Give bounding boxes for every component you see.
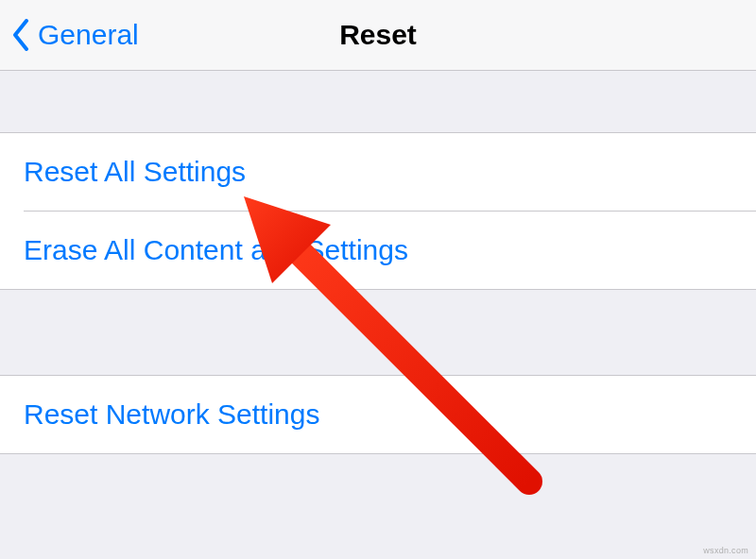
erase-all-content-row[interactable]: Erase All Content and Settings	[0, 212, 756, 289]
back-button[interactable]: General	[0, 19, 139, 51]
navigation-bar: General Reset	[0, 0, 756, 71]
section-spacer	[0, 290, 756, 375]
section-spacer	[0, 71, 756, 132]
settings-group-1: Reset All Settings Erase All Content and…	[0, 132, 756, 290]
row-label: Erase All Content and Settings	[24, 234, 408, 265]
row-label: Reset Network Settings	[24, 398, 319, 430]
row-label: Reset All Settings	[24, 156, 246, 187]
reset-all-settings-row[interactable]: Reset All Settings	[0, 133, 756, 211]
chevron-left-icon	[11, 19, 30, 51]
watermark-text: wsxdn.com	[703, 546, 748, 555]
back-label: General	[38, 19, 139, 51]
reset-network-settings-row[interactable]: Reset Network Settings	[0, 376, 756, 453]
settings-group-2: Reset Network Settings	[0, 375, 756, 454]
page-title: Reset	[339, 19, 417, 51]
